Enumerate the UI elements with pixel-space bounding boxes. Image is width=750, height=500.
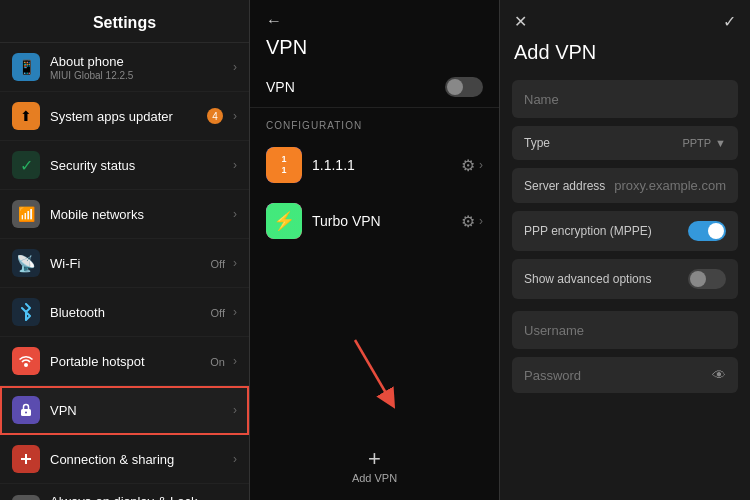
config-label: CONFIGURATION xyxy=(250,108,499,137)
app-turbo-gear-icon[interactable]: ⚙ xyxy=(461,212,475,231)
mobile-icon: 📶 xyxy=(12,200,40,228)
password-visibility-toggle-icon[interactable]: 👁 xyxy=(712,367,726,383)
close-button[interactable]: ✕ xyxy=(514,12,527,31)
ppp-label: PPP encryption (MPPE) xyxy=(524,224,652,238)
show-advanced-field: Show advanced options xyxy=(512,259,738,299)
settings-title: Settings xyxy=(0,0,249,43)
settings-list: 📱 About phone MIUI Global 12.2.5 › ⬆ Sys… xyxy=(0,43,249,500)
confirm-button[interactable]: ✓ xyxy=(723,12,736,31)
chevron-icon: › xyxy=(479,214,483,228)
connection-icon xyxy=(12,445,40,473)
add-vpn-header: ✕ ✓ xyxy=(500,0,750,37)
system-apps-label: System apps updater xyxy=(50,109,207,124)
wifi-status: Off xyxy=(211,258,225,270)
svg-line-10 xyxy=(355,340,390,400)
chevron-icon: › xyxy=(233,109,237,123)
connection-label: Connection & sharing xyxy=(50,452,229,467)
vpn-toggle[interactable] xyxy=(445,77,483,97)
chevron-icon: › xyxy=(479,158,483,172)
name-field xyxy=(512,80,738,118)
add-vpn-button[interactable]: + Add VPN xyxy=(352,448,397,484)
sidebar-item-security-status[interactable]: ✓ Security status › xyxy=(0,141,249,190)
vpn-app-turbo[interactable]: ⚡ Turbo VPN ⚙ › xyxy=(250,193,499,249)
vpn-toggle-label: VPN xyxy=(266,79,295,95)
hotspot-label: Portable hotspot xyxy=(50,354,210,369)
chevron-icon: › xyxy=(233,158,237,172)
system-apps-icon: ⬆ xyxy=(12,102,40,130)
show-advanced-label: Show advanced options xyxy=(524,272,651,286)
back-button[interactable]: ← xyxy=(266,12,282,30)
add-vpn-plus: + xyxy=(368,448,381,470)
add-vpn-title: Add VPN xyxy=(500,37,750,76)
about-phone-label: About phone xyxy=(50,54,229,69)
chevron-icon: › xyxy=(233,305,237,319)
hotspot-icon xyxy=(12,347,40,375)
server-address-input[interactable] xyxy=(606,178,726,193)
about-phone-sub: MIUI Global 12.2.5 xyxy=(50,70,229,81)
wifi-label: Wi-Fi xyxy=(50,256,211,271)
chevron-icon: › xyxy=(233,403,237,417)
chevron-icon: › xyxy=(233,60,237,74)
svg-point-2 xyxy=(25,412,27,414)
security-icon: ✓ xyxy=(12,151,40,179)
username-field xyxy=(512,311,738,349)
vpn-icon xyxy=(12,396,40,424)
always-on-icon xyxy=(12,495,40,500)
vpn-panel: ← VPN VPN CONFIGURATION 11 1.1.1.1 ⚙ › ⚡… xyxy=(250,0,500,500)
vpn-label: VPN xyxy=(50,403,229,418)
about-phone-icon: 📱 xyxy=(12,53,40,81)
always-on-label: Always-on display & Lock screen xyxy=(50,494,229,500)
svg-text:1: 1 xyxy=(281,154,286,164)
chevron-icon: › xyxy=(233,256,237,270)
ppp-encryption-field: PPP encryption (MPPE) xyxy=(512,211,738,251)
app-1111-name: 1.1.1.1 xyxy=(312,157,461,173)
password-field: 👁 xyxy=(512,357,738,393)
add-vpn-panel: ✕ ✓ Add VPN Type PPTP ▼ Server address P… xyxy=(500,0,750,500)
sidebar-item-vpn[interactable]: VPN › xyxy=(0,386,249,435)
sidebar-item-system-apps-updater[interactable]: ⬆ System apps updater 4 › xyxy=(0,92,249,141)
sidebar-item-about-phone[interactable]: 📱 About phone MIUI Global 12.2.5 › xyxy=(0,43,249,92)
app-1111-icon: 11 xyxy=(266,147,302,183)
type-field[interactable]: Type PPTP ▼ xyxy=(512,126,738,160)
chevron-icon: › xyxy=(233,207,237,221)
vpn-panel-title: VPN xyxy=(250,36,499,67)
add-vpn-section: + Add VPN xyxy=(250,328,499,500)
svg-point-0 xyxy=(24,363,28,367)
svg-text:1: 1 xyxy=(281,165,286,175)
type-chevron-icon: ▼ xyxy=(715,137,726,149)
svg-text:⚡: ⚡ xyxy=(273,210,296,232)
bluetooth-icon xyxy=(12,298,40,326)
sidebar-item-portable-hotspot[interactable]: Portable hotspot On › xyxy=(0,337,249,386)
arrow-container xyxy=(250,328,499,448)
sidebar-item-wifi[interactable]: 📡 Wi-Fi Off › xyxy=(0,239,249,288)
red-arrow xyxy=(335,330,415,420)
vpn-toggle-row: VPN xyxy=(250,67,499,108)
sidebar-item-always-on-display[interactable]: Always-on display & Lock screen › xyxy=(0,484,249,500)
chevron-icon: › xyxy=(233,354,237,368)
vpn-app-1111[interactable]: 11 1.1.1.1 ⚙ › xyxy=(250,137,499,193)
app-1111-gear-icon[interactable]: ⚙ xyxy=(461,156,475,175)
add-vpn-text: Add VPN xyxy=(352,472,397,484)
show-advanced-toggle[interactable] xyxy=(688,269,726,289)
type-value: PPTP ▼ xyxy=(682,137,726,149)
sidebar-item-connection-sharing[interactable]: Connection & sharing › xyxy=(0,435,249,484)
server-address-field: Server address xyxy=(512,168,738,203)
wifi-icon: 📡 xyxy=(12,249,40,277)
type-label: Type xyxy=(524,136,550,150)
app-turbo-icon: ⚡ xyxy=(266,203,302,239)
sidebar-item-bluetooth[interactable]: Bluetooth Off › xyxy=(0,288,249,337)
chevron-icon: › xyxy=(233,452,237,466)
sidebar-item-mobile-networks[interactable]: 📶 Mobile networks › xyxy=(0,190,249,239)
password-input[interactable] xyxy=(524,368,712,383)
ppp-toggle[interactable] xyxy=(688,221,726,241)
mobile-label: Mobile networks xyxy=(50,207,229,222)
hotspot-status: On xyxy=(210,356,225,368)
app-turbo-name: Turbo VPN xyxy=(312,213,461,229)
username-input[interactable] xyxy=(524,323,726,338)
type-value-text: PPTP xyxy=(682,137,711,149)
vpn-panel-header: ← xyxy=(250,0,499,36)
badge: 4 xyxy=(207,108,223,124)
bluetooth-status: Off xyxy=(211,307,225,319)
name-input[interactable] xyxy=(524,92,726,107)
server-address-label: Server address xyxy=(524,179,605,193)
